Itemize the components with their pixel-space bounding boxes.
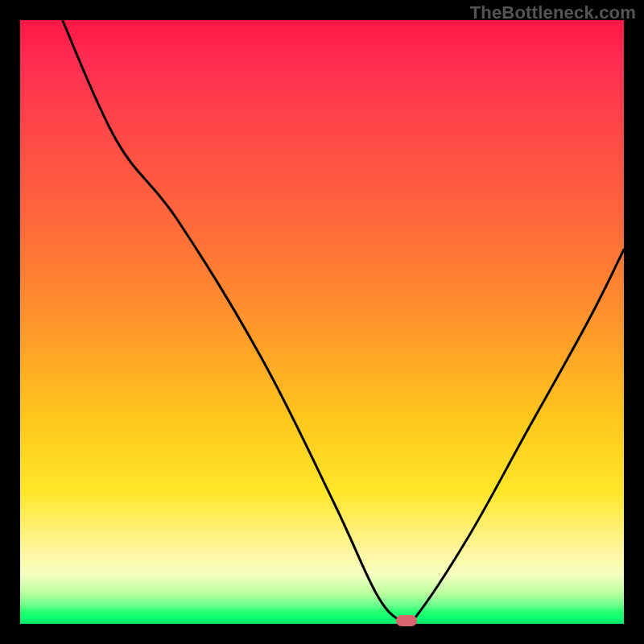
curve-path (63, 20, 625, 624)
plot-outer (20, 20, 624, 624)
optimal-marker (396, 615, 417, 626)
bottleneck-curve (20, 20, 624, 624)
watermark-text: TheBottleneck.com (470, 2, 636, 23)
chart-frame: TheBottleneck.com (0, 0, 644, 644)
